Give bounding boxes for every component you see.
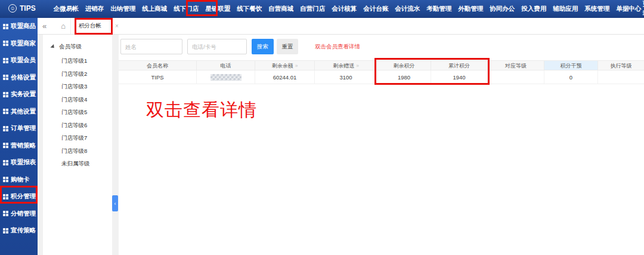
nav-item-online-mall[interactable]: 线上商城: [141, 1, 168, 16]
nav-item-jinxiaocun[interactable]: 进销存: [84, 1, 106, 16]
nav-item-auxiliary[interactable]: 辅助应用: [552, 1, 579, 16]
grid-icon: [3, 92, 8, 97]
panel-collapse-handle[interactable]: ‹: [112, 195, 118, 211]
pixelated-phone: [210, 74, 242, 81]
tab-points-ledger[interactable]: 积分台帐: [70, 18, 110, 34]
cell-remaining-points: 1980: [377, 70, 431, 84]
tree-node-store-level-6[interactable]: 门店等级6: [43, 119, 112, 132]
grid-icon: [3, 75, 8, 80]
nav-item-accounting-check[interactable]: 会计核算: [330, 1, 358, 16]
tree-node-store-level-8[interactable]: 门店等级8: [43, 145, 112, 158]
nav-item-xinglian-alliance[interactable]: 星链联盟: [204, 1, 231, 16]
double-angle-icon: »: [295, 63, 298, 69]
grid-icon: [3, 41, 8, 46]
sidebar-item-label: 联盟商品: [11, 22, 36, 30]
cell-total-points: 1940: [431, 70, 488, 84]
sidebar-item-promotion[interactable]: 宣传策略: [0, 222, 38, 239]
nav-item-system-mgmt[interactable]: 系统管理: [583, 1, 611, 16]
user-circle-icon: ☺: [8, 4, 17, 13]
sidebar-item-label: 联盟会员: [11, 56, 36, 64]
grid-icon: [3, 228, 8, 234]
tree-node-store-level-2[interactable]: 门店等级2: [43, 67, 112, 81]
grid-icon: [3, 143, 8, 148]
close-icon[interactable]: ×: [115, 23, 119, 29]
sidebar-item-price-settings[interactable]: 价格设置: [0, 69, 38, 87]
sidebar-item-practice-settings[interactable]: 实务设置: [0, 86, 38, 103]
grid-icon: [3, 109, 8, 114]
sidebar-item-distribution-mgmt[interactable]: 分销管理: [0, 205, 38, 223]
nav-item-self-mall[interactable]: 自营商城: [267, 1, 295, 16]
sidebar-item-alliance-reports[interactable]: 联盟报表: [0, 154, 38, 171]
grid-icon: [3, 194, 8, 199]
nav-item-self-store[interactable]: 自营门店: [299, 1, 326, 16]
sidebar-item-label: 宣传策略: [11, 226, 36, 235]
phone-card-input[interactable]: [187, 39, 247, 54]
left-sidebar: 联盟商品 联盟商家 联盟会员 价格设置 实务设置 其他设置 订单管理 营销策略 …: [0, 18, 38, 255]
nav-item-accounting-flow[interactable]: 会计流水: [394, 1, 421, 16]
col-member-name: 会员名称: [119, 60, 197, 70]
sidebar-item-shopping-card[interactable]: 购物卡: [0, 171, 38, 189]
tab-label: 积分台帐: [79, 22, 101, 30]
tree-node-unassigned-level[interactable]: 未归属等级: [43, 157, 112, 170]
sidebar-item-marketing[interactable]: 营销策略: [0, 137, 38, 155]
col-label: 剩余赠送: [333, 63, 354, 69]
col-phone: 电话: [197, 60, 255, 70]
sidebar-item-label: 营销策略: [11, 142, 36, 150]
sidebar-item-other-settings[interactable]: 其他设置: [0, 103, 38, 121]
tree-node-store-level-7[interactable]: 门店等级7: [43, 131, 112, 145]
nav-item-chuna[interactable]: 出纳管理: [109, 1, 137, 16]
sidebar-item-order-mgmt[interactable]: 订单管理: [0, 120, 38, 137]
nav-item-qiwei[interactable]: 企微易帐: [52, 1, 80, 16]
search-button[interactable]: 搜索: [252, 39, 274, 54]
home-icon[interactable]: ⌂: [61, 21, 66, 30]
sidebar-item-label: 联盟报表: [11, 158, 36, 167]
nav-item-offline-store[interactable]: 线下门店: [172, 1, 200, 16]
cell-points-intervention: 0: [544, 70, 598, 84]
table-header-row: 会员名称 电话 剩余余额» 剩余赠送» 剩余积分 累计积分 对应等级 积分干预 …: [119, 60, 644, 70]
sidebar-item-points-mgmt[interactable]: 积分管理: [0, 188, 38, 205]
panel-gutter-left: [38, 35, 43, 255]
cell-remaining-balance: 60244.01: [255, 70, 315, 84]
name-input[interactable]: [120, 39, 182, 54]
grid-icon: [3, 211, 8, 216]
sidebar-item-label: 订单管理: [11, 124, 36, 133]
sidebar-item-label: 其他设置: [11, 107, 36, 116]
top-nav: ☺ TIPS 企微易帐 进销存 出纳管理 线上商城 线下门店 星链联盟 线下餐饮…: [0, 0, 644, 18]
col-remaining-gift[interactable]: 剩余赠送»: [315, 60, 377, 70]
app-logo-label: TIPS: [20, 4, 36, 13]
cell-remaining-gift: 3100: [315, 70, 377, 84]
table-row[interactable]: TIPS 60244.01 3100 1980 1940 0: [119, 70, 644, 84]
col-remaining-balance[interactable]: 剩余余额»: [255, 60, 315, 70]
double-angle-icon: »: [356, 63, 359, 69]
nav-item-attendance[interactable]: 考勤管理: [425, 1, 453, 16]
points-ledger-table: 会员名称 电话 剩余余额» 剩余赠送» 剩余积分 累计积分 对应等级 积分干预 …: [119, 60, 644, 84]
reset-button[interactable]: 重置: [277, 39, 298, 54]
tree-node-store-level-4[interactable]: 门店等级4: [43, 93, 112, 106]
tree-node-store-level-5[interactable]: 门店等级5: [43, 106, 112, 119]
tree-node-store-level-1[interactable]: 门店等级1: [43, 54, 112, 67]
sidebar-item-label: 联盟商家: [11, 39, 36, 48]
nav-item-investment[interactable]: 投入费用: [520, 1, 547, 16]
search-toolbar: 搜索 重置 双击会员查看详情: [119, 39, 360, 54]
sidebar-item-alliance-merchants[interactable]: 联盟商家: [0, 35, 38, 53]
cell-exec-level: [598, 70, 644, 84]
sidebar-item-label: 积分管理: [11, 192, 36, 201]
panel-gutter-right: [112, 35, 119, 255]
col-level: 对应等级: [488, 60, 544, 70]
sidebar-item-label: 购物卡: [11, 176, 30, 184]
nav-item-collab-office[interactable]: 协同办公: [488, 1, 516, 16]
col-total-points: 累计积分: [431, 60, 488, 70]
double-chevron-left-icon[interactable]: «: [42, 21, 47, 30]
nav-item-accounting-ledger[interactable]: 会计台账: [362, 1, 389, 16]
tree-node-member-level[interactable]: 会员等级: [43, 35, 112, 54]
sidebar-item-alliance-members[interactable]: 联盟会员: [0, 52, 38, 69]
big-double-click-hint: 双击查看详情: [146, 98, 257, 122]
nav-item-field-work[interactable]: 外勤管理: [457, 1, 484, 16]
tree-root-label: 会员等级: [59, 43, 82, 51]
caret-expanded-icon: [50, 44, 55, 50]
tree-node-store-level-3[interactable]: 门店等级3: [43, 80, 112, 93]
sidebar-item-alliance-goods[interactable]: 联盟商品: [0, 18, 38, 35]
nav-item-offline-food[interactable]: 线下餐饮: [236, 1, 263, 16]
nav-item-document-center[interactable]: 单据中心: [615, 1, 642, 16]
grid-icon: [3, 177, 8, 182]
